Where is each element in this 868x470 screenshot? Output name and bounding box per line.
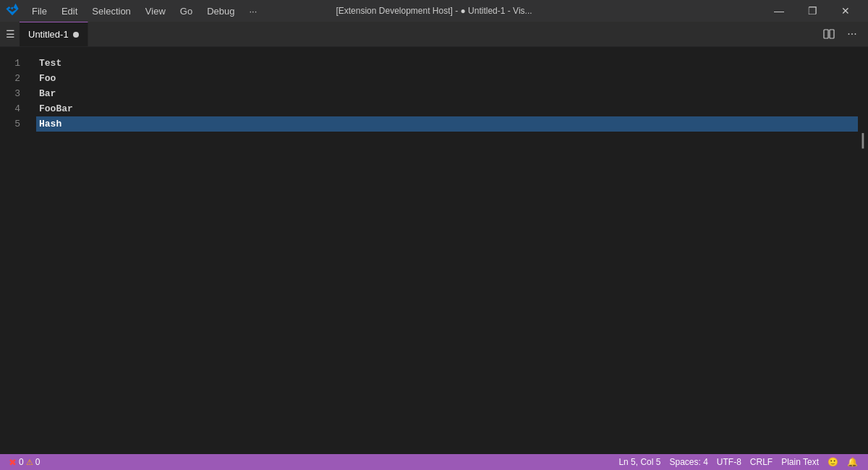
- errors-status[interactable]: ✖ 0 ⚠ 0: [6, 454, 43, 470]
- menu-view[interactable]: View: [138, 4, 173, 18]
- code-text-1: Test: [39, 56, 61, 71]
- title-bar: File Edit Selection View Go Debug ··· [E…: [0, 0, 868, 22]
- code-view[interactable]: 1 2 3 4 5 Test Foo Bar FooBar: [0, 47, 868, 454]
- menu-selection[interactable]: Selection: [85, 4, 137, 18]
- bell-icon: 🔔: [847, 457, 858, 467]
- error-icon: ✖: [9, 457, 17, 468]
- line-ending-status[interactable]: CRLF: [746, 454, 777, 470]
- vscode-logo: [6, 3, 19, 19]
- status-left: ✖ 0 ⚠ 0: [0, 454, 43, 470]
- tab-bar-actions: ···: [819, 22, 868, 46]
- warning-count: 0: [35, 457, 41, 467]
- line-numbers: 1 2 3 4 5: [0, 53, 36, 454]
- tab-menu-icon[interactable]: ☰: [6, 28, 15, 40]
- svg-rect-1: [830, 30, 834, 38]
- code-lines[interactable]: Test Foo Bar FooBar Hash: [36, 53, 858, 454]
- code-line-4: FooBar: [36, 101, 858, 116]
- menu-more[interactable]: ···: [242, 4, 264, 18]
- code-line-2: Foo: [36, 71, 858, 86]
- code-text-3: Bar: [39, 87, 56, 101]
- window-title: [Extension Development Host] - ● Untitle…: [336, 6, 532, 16]
- svg-rect-0: [824, 30, 828, 38]
- text-cursor-icon: ┃: [856, 130, 868, 152]
- window-controls: — ❐ ✕: [762, 0, 862, 22]
- tab-untitled-1[interactable]: Untitled-1: [20, 22, 88, 46]
- encoding-text: UTF-8: [717, 457, 741, 467]
- cursor-position[interactable]: Ln 5, Col 5: [614, 454, 665, 470]
- line-number-1: 1: [0, 56, 27, 71]
- smiley-button[interactable]: 🙂: [823, 454, 843, 470]
- tab-label: Untitled-1: [28, 29, 69, 40]
- editor-area: 1 2 3 4 5 Test Foo Bar FooBar: [0, 47, 868, 454]
- code-text-2: Foo: [39, 72, 56, 86]
- menu-edit[interactable]: Edit: [54, 4, 85, 18]
- position-text: Ln 5, Col 5: [618, 457, 660, 467]
- warning-icon: ⚠: [26, 458, 33, 467]
- line-number-3: 3: [0, 86, 27, 101]
- maximize-button[interactable]: ❐: [796, 0, 829, 22]
- menu-go[interactable]: Go: [173, 4, 200, 18]
- code-line-3: Bar: [36, 86, 858, 101]
- close-button[interactable]: ✕: [829, 0, 862, 22]
- split-editor-button[interactable]: [819, 24, 839, 44]
- tab-bar: ☰ Untitled-1 ···: [0, 22, 868, 47]
- menu-file[interactable]: File: [25, 4, 54, 18]
- editor-content: 1 2 3 4 5 Test Foo Bar FooBar: [0, 47, 868, 454]
- indent-status[interactable]: Spaces: 4: [665, 454, 712, 470]
- line-number-2: 2: [0, 71, 27, 86]
- error-count: 0: [19, 457, 24, 467]
- more-icon: ···: [847, 27, 856, 40]
- code-line-1: Test: [36, 56, 858, 71]
- encoding-status[interactable]: UTF-8: [712, 454, 746, 470]
- line-number-4: 4: [0, 101, 27, 116]
- line-number-5: 5: [0, 116, 27, 132]
- line-ending-text: CRLF: [750, 457, 773, 467]
- tab-bar-left: ☰: [0, 22, 20, 46]
- minimize-button[interactable]: —: [762, 0, 796, 22]
- tab-modified-dot: [73, 32, 79, 38]
- code-text-5: Hash: [39, 117, 61, 132]
- menu-debug[interactable]: Debug: [200, 4, 242, 18]
- code-text-4: FooBar: [39, 102, 73, 116]
- code-line-5: Hash: [36, 116, 858, 132]
- status-bar: ✖ 0 ⚠ 0 Ln 5, Col 5 Spaces: 4 UTF-8 CRLF…: [0, 454, 868, 470]
- smiley-icon: 🙂: [827, 457, 838, 467]
- notifications-button[interactable]: 🔔: [843, 454, 862, 470]
- status-right: Ln 5, Col 5 Spaces: 4 UTF-8 CRLF Plain T…: [614, 454, 868, 470]
- more-actions-button[interactable]: ···: [842, 24, 862, 44]
- scrollbar-track[interactable]: ┃: [858, 53, 868, 454]
- language-mode[interactable]: Plain Text: [777, 454, 823, 470]
- language-text: Plain Text: [781, 457, 819, 467]
- spaces-text: Spaces: 4: [669, 457, 707, 467]
